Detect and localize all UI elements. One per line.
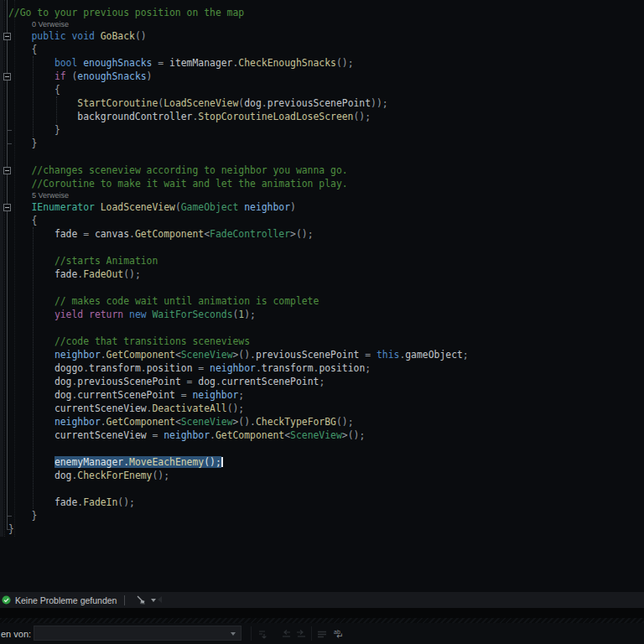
output-source-combobox[interactable] bbox=[34, 626, 242, 641]
outlining-end-tick bbox=[7, 130, 12, 131]
code-editor[interactable]: //Go to your previous position on the ma… bbox=[0, 0, 644, 592]
toolbar-separator bbox=[251, 626, 252, 641]
code-line[interactable] bbox=[0, 321, 644, 335]
code-line[interactable]: doggo.transform.position = neighbor.tran… bbox=[0, 361, 644, 375]
output-toolbar: en von: bbox=[0, 623, 644, 644]
code-line[interactable]: neighbor.GetComponent<SceneView>().Check… bbox=[0, 415, 644, 428]
code-line[interactable]: // makes code wait until animation is co… bbox=[0, 294, 644, 308]
outlining-end-tick bbox=[7, 143, 12, 144]
code-line[interactable]: //starts Animation bbox=[0, 254, 644, 267]
code-area[interactable]: //Go to your previous position on the ma… bbox=[0, 6, 644, 536]
document-health-bar: Keine Probleme gefunden bbox=[0, 592, 644, 608]
toolbar-separator bbox=[311, 626, 312, 641]
word-wrap-icon[interactable]: ab ↵ bbox=[334, 629, 345, 641]
code-line[interactable]: if (enoughSnacks) bbox=[0, 70, 644, 83]
green-check-circle-icon bbox=[2, 595, 11, 605]
outlining-margin bbox=[0, 0, 17, 592]
fold-collapse-box[interactable] bbox=[3, 33, 11, 40]
divider bbox=[124, 595, 125, 605]
code-line[interactable]: //Go to your previous position on the ma… bbox=[0, 6, 644, 19]
clear-all-icon[interactable] bbox=[316, 629, 328, 641]
code-line[interactable]: public void GoBack() bbox=[0, 29, 644, 43]
code-line[interactable] bbox=[0, 281, 644, 294]
code-line[interactable]: dog.previousScenePoint = dog.currentScen… bbox=[0, 375, 644, 388]
code-line[interactable]: backgroundController.StopCoroutineLoadLo… bbox=[0, 110, 644, 123]
code-line[interactable]: yield return new WaitForSeconds(1); bbox=[0, 308, 644, 321]
codelens-references[interactable]: 0 Verweise bbox=[0, 19, 644, 29]
code-line[interactable]: fade.FadeOut(); bbox=[0, 267, 644, 281]
code-line[interactable]: dog.CheckForEnemy(); bbox=[0, 469, 644, 482]
code-cleanup-button[interactable] bbox=[136, 595, 156, 605]
code-line[interactable]: //changes sceneview according to neighbo… bbox=[0, 164, 644, 177]
outlining-end-tick bbox=[7, 529, 12, 530]
code-line[interactable]: { bbox=[0, 83, 644, 96]
wrap-icon-arrow: ↵ bbox=[336, 633, 345, 639]
code-line[interactable]: currentSceneView = neighbor.GetComponent… bbox=[0, 428, 644, 442]
fold-collapse-box[interactable] bbox=[3, 167, 11, 174]
code-line[interactable]: IEnumerator LoadSceneView(GameObject nei… bbox=[0, 200, 644, 214]
fold-collapse-box[interactable] bbox=[3, 204, 11, 211]
health-status-text: Keine Probleme gefunden bbox=[15, 595, 117, 605]
broom-icon bbox=[136, 595, 147, 605]
outlining-end-tick bbox=[7, 516, 12, 517]
code-line[interactable]: //code that transitions sceneviews bbox=[0, 335, 644, 348]
next-message-icon[interactable] bbox=[295, 629, 307, 641]
code-line[interactable]: } bbox=[0, 522, 644, 536]
chevron-down-icon bbox=[151, 599, 156, 602]
code-line[interactable]: { bbox=[0, 214, 644, 227]
codelens-references[interactable]: 5 Verweise bbox=[0, 190, 644, 200]
code-line[interactable] bbox=[0, 241, 644, 254]
chevron-down-icon bbox=[231, 632, 236, 636]
code-line[interactable]: { bbox=[0, 43, 644, 56]
text-cursor bbox=[221, 457, 223, 467]
code-line[interactable]: StartCoroutine(LoadSceneView(dog.previou… bbox=[0, 96, 644, 110]
code-line[interactable]: neighbor.GetComponent<SceneView>().previ… bbox=[0, 348, 644, 361]
code-line[interactable]: enemyManager.MoveEachEnemy(); bbox=[0, 455, 644, 469]
code-line[interactable] bbox=[0, 442, 644, 455]
code-line[interactable]: } bbox=[0, 509, 644, 522]
code-line[interactable] bbox=[0, 150, 644, 164]
panel-gap bbox=[0, 608, 644, 618]
previous-message-icon[interactable] bbox=[280, 629, 292, 641]
output-source-label: en von: bbox=[1, 629, 31, 639]
code-line[interactable]: dog.currentScenePoint = neighbor; bbox=[0, 388, 644, 402]
code-line[interactable]: fade.FadeIn(); bbox=[0, 496, 644, 509]
vs-editor-window: //Go to your previous position on the ma… bbox=[0, 0, 644, 644]
panel-collapse-arrow-icon[interactable] bbox=[158, 596, 162, 603]
code-line[interactable]: fade = canvas.GetComponent<FadeControlle… bbox=[0, 227, 644, 241]
code-line[interactable]: //Coroutine to make it wait and let the … bbox=[0, 177, 644, 190]
code-line[interactable]: currentSceneView.DeactivateAll(); bbox=[0, 402, 644, 415]
code-line[interactable] bbox=[0, 482, 644, 496]
find-message-icon[interactable] bbox=[257, 629, 268, 641]
code-line[interactable]: } bbox=[0, 123, 644, 137]
code-line[interactable]: } bbox=[0, 137, 644, 150]
fold-collapse-box[interactable] bbox=[3, 73, 11, 80]
code-line[interactable]: bool enoughSnacks = itemManager.CheckEno… bbox=[0, 56, 644, 70]
